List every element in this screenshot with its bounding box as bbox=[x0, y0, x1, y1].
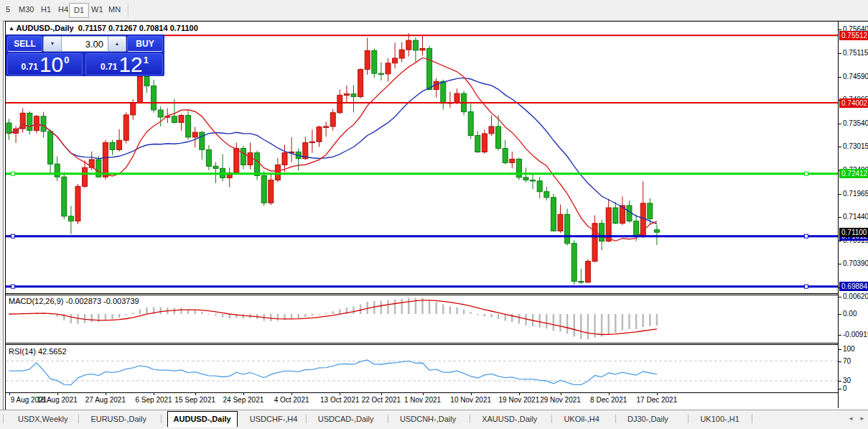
volume-decrease-button[interactable]: ▼ bbox=[43, 36, 62, 52]
scale-tick bbox=[839, 349, 841, 350]
tab-scroll-right-arrow[interactable]: ► bbox=[859, 415, 865, 422]
current-price-badge: 0.71100 bbox=[839, 228, 868, 237]
scale-tick bbox=[839, 29, 841, 30]
timeframe-button-m30[interactable]: M30 bbox=[14, 3, 38, 17]
sell-price-pips: 10 bbox=[39, 55, 63, 74]
chart-tab-dj30-daily[interactable]: DJ30-,Daily bbox=[622, 412, 674, 425]
chart-title: ▲ AUDUSD-,Daily 0.71157 0.71267 0.70814 … bbox=[9, 24, 198, 32]
date-tick bbox=[291, 393, 292, 395]
level-price-badge: 0.75512 bbox=[839, 31, 868, 40]
scale-tick bbox=[839, 77, 841, 78]
volume-input[interactable] bbox=[61, 36, 108, 52]
chart-tab-usdcad-daily[interactable]: USDCAD-,Daily bbox=[312, 412, 380, 425]
line-drag-handle[interactable] bbox=[805, 172, 808, 175]
scale-tick bbox=[839, 335, 841, 336]
scale-tick bbox=[839, 124, 841, 124]
sell-price-prefix: 0.71 bbox=[22, 62, 38, 72]
chart-tab-uk100-h1[interactable]: UK100-,H1 bbox=[694, 412, 745, 425]
toolbar-separator bbox=[128, 3, 129, 17]
tab-separator bbox=[78, 415, 79, 423]
buy-price-pips: 12 bbox=[118, 55, 142, 74]
rsi-axis-label: 30 bbox=[843, 377, 851, 384]
date-tick bbox=[657, 393, 658, 395]
price-tick-label: 0.73015 bbox=[843, 142, 868, 150]
chart-tab-usdcnh-daily[interactable]: USDCNH-,Daily bbox=[394, 412, 462, 425]
tab-separator bbox=[688, 415, 689, 423]
scale-tick bbox=[839, 264, 841, 264]
date-tick bbox=[195, 393, 196, 395]
tab-separator bbox=[3, 415, 4, 423]
date-label: 18 Aug 2021 bbox=[37, 396, 78, 404]
rsi-axis-label: 0 bbox=[843, 384, 847, 392]
date-axis[interactable]: 9 Aug 202118 Aug 202127 Aug 20216 Sep 20… bbox=[6, 392, 838, 409]
sell-button[interactable]: SELL bbox=[7, 36, 42, 52]
rsi-label: RSI(14) 42.5652 bbox=[9, 347, 67, 356]
timeframe-button-5[interactable]: 5 bbox=[1, 3, 14, 17]
scale-tick bbox=[839, 389, 841, 389]
level-price-badge: 0.69884 bbox=[839, 282, 868, 291]
chart-symbol-label: AUDUSD-,Daily bbox=[17, 24, 74, 32]
timeframe-button-d1[interactable]: D1 bbox=[69, 3, 89, 18]
date-tick bbox=[423, 393, 424, 395]
line-drag-handle[interactable] bbox=[11, 285, 15, 288]
chart-tab-audusd-daily[interactable]: AUDUSD-,Daily bbox=[167, 411, 238, 427]
timeframe-toolbar: 5M30H1H4D1W1MN bbox=[0, 0, 868, 21]
timeframe-button-h1[interactable]: H1 bbox=[37, 3, 55, 17]
price-scale[interactable]: 0.756400.751150.745900.740650.735400.730… bbox=[838, 22, 868, 408]
date-tick bbox=[154, 393, 154, 395]
volume-increase-button[interactable]: ▲ bbox=[108, 36, 126, 52]
tab-separator bbox=[551, 415, 552, 423]
line-drag-handle[interactable] bbox=[11, 172, 15, 175]
scale-tick bbox=[839, 314, 841, 315]
chart-tab-usdchf-h4[interactable]: USDCHF-,H4 bbox=[244, 412, 304, 425]
trading-app-window: 5M30H1H4D1W1MN 9 Aug 202118 Aug 202127 A… bbox=[0, 0, 868, 429]
level-price-badge: 0.74002 bbox=[839, 98, 868, 108]
date-tick bbox=[471, 393, 472, 395]
buy-price-prefix: 0.71 bbox=[101, 62, 117, 72]
macd-axis-label: 0.006201 bbox=[843, 292, 868, 300]
date-tick bbox=[381, 393, 382, 395]
chart-tab-ukoil-h4[interactable]: UKOil-,H4 bbox=[558, 412, 605, 425]
sell-price-tile[interactable]: 0.71 10 0 bbox=[7, 53, 83, 75]
date-tick bbox=[340, 393, 340, 395]
line-drag-handle[interactable] bbox=[805, 285, 808, 288]
tab-separator bbox=[615, 415, 616, 423]
scale-tick bbox=[839, 241, 841, 241]
macd-axis-label: 0.00 bbox=[843, 310, 857, 318]
date-tick bbox=[561, 393, 561, 395]
price-tick-label: 0.71440 bbox=[843, 213, 868, 221]
macd-label: MACD(12,26,9) -0.002873 -0.003739 bbox=[9, 297, 139, 305]
tab-scroll-left-arrow[interactable]: ◄ bbox=[848, 415, 854, 422]
price-tick-label: 0.73540 bbox=[843, 119, 868, 127]
price-tick-label: 0.71965 bbox=[843, 190, 868, 198]
chart-tab-eurusd-daily[interactable]: EURUSD-,Daily bbox=[85, 412, 152, 425]
sell-price-point: 0 bbox=[64, 55, 69, 65]
tab-separator bbox=[470, 415, 470, 423]
line-drag-handle[interactable] bbox=[805, 234, 808, 238]
timeframe-button-mn[interactable]: MN bbox=[104, 3, 125, 17]
date-tick bbox=[106, 393, 106, 395]
buy-price-tile[interactable]: 0.71 12 1 bbox=[85, 53, 163, 75]
scale-tick bbox=[839, 381, 841, 382]
date-tick bbox=[609, 393, 610, 395]
chart-tab-usdx-weekly[interactable]: USDX,Weekly bbox=[12, 412, 73, 425]
date-label: 13 Oct 2021 bbox=[320, 396, 359, 404]
rsi-axis-label: 70 bbox=[843, 357, 851, 365]
one-click-trade-panel: SELL ▼ ▲ BUY 0.71 10 0 0.71 12 1 bbox=[6, 34, 164, 76]
chart-tab-xauusd-daily[interactable]: XAUUSD-,Daily bbox=[476, 412, 543, 425]
chart-tab-bar: USDX,WeeklyEURUSD-,DailyAUDUSD-,DailyUSD… bbox=[0, 410, 868, 429]
date-label: 6 Sep 2021 bbox=[136, 396, 172, 404]
date-label: 15 Sep 2021 bbox=[174, 396, 215, 404]
scale-tick bbox=[839, 297, 841, 297]
tab-separator bbox=[388, 415, 388, 423]
buy-button[interactable]: BUY bbox=[127, 36, 163, 52]
rsi-axis-label: 100 bbox=[843, 345, 855, 353]
date-tick bbox=[243, 393, 244, 395]
collapse-triangle-icon[interactable]: ▲ bbox=[9, 25, 14, 32]
line-drag-handle[interactable] bbox=[11, 234, 15, 238]
price-tick-label: 0.75115 bbox=[843, 49, 868, 57]
rsi-pane[interactable] bbox=[6, 345, 838, 392]
buy-price-point: 1 bbox=[144, 55, 149, 65]
scale-tick bbox=[839, 361, 841, 362]
date-tick bbox=[9, 393, 10, 395]
